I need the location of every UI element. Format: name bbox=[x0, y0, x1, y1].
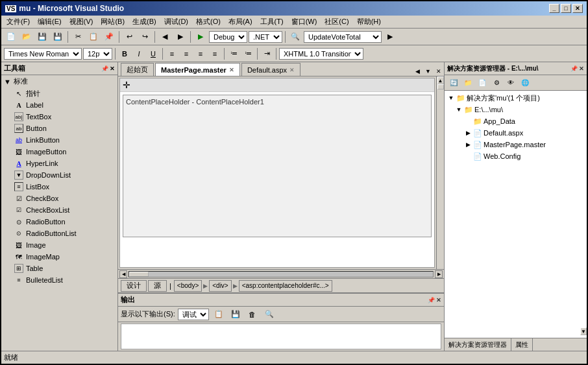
save-all-btn[interactable]: 💾 bbox=[51, 30, 65, 43]
source-view-button[interactable]: 源 bbox=[148, 280, 167, 292]
toolbox-item-imagebutton[interactable]: 🖼 ImageButton bbox=[1, 146, 117, 158]
run-btn[interactable]: ▶ bbox=[193, 30, 208, 43]
sol-new-folder-btn[interactable]: 📁 bbox=[461, 77, 474, 89]
num-list-btn[interactable]: ≔ bbox=[241, 47, 254, 60]
toolbox-item-hyperlink[interactable]: A HyperLink bbox=[1, 158, 117, 169]
toolbox-item-listbox[interactable]: ≡ ListBox bbox=[1, 181, 117, 193]
output-content-area[interactable] bbox=[121, 324, 441, 349]
breadcrumb-contentplaceholder[interactable]: <asp:contentplaceholder#c...> bbox=[239, 280, 332, 292]
toolbox-item-pointer[interactable]: ↖ 指针 bbox=[1, 88, 117, 99]
tree-item-masterpage[interactable]: ▶ 📄 MasterPage.master bbox=[446, 139, 585, 150]
sol-refresh-btn[interactable]: 🔄 bbox=[447, 77, 460, 89]
tree-item-appdata[interactable]: ▶ 📁 App_Data bbox=[446, 115, 585, 127]
solution-explorer-pin-icon[interactable]: 📌 bbox=[570, 65, 578, 72]
toolbox-item-checkbox[interactable]: ☑ CheckBox bbox=[1, 193, 117, 204]
copy-btn[interactable]: 📋 bbox=[86, 30, 101, 43]
open-btn[interactable]: 📂 bbox=[19, 30, 34, 43]
scroll-right-btn[interactable]: ▶ bbox=[435, 270, 443, 278]
toolbox-item-table[interactable]: ⊞ Table bbox=[1, 263, 117, 274]
output-show-dropdown[interactable]: 调试 bbox=[178, 309, 209, 320]
underline-button[interactable]: U bbox=[147, 47, 160, 60]
toolbox-item-image[interactable]: 🖼 Image bbox=[1, 239, 117, 251]
tab-masterpage-close[interactable]: ✕ bbox=[229, 67, 234, 73]
tree-item-solution[interactable]: ▼ 📁 解决方案'mu'(1 个项目) bbox=[446, 92, 585, 104]
scroll-left-btn[interactable]: ◀ bbox=[119, 270, 127, 278]
output-find-btn[interactable]: 🔍 bbox=[262, 308, 276, 321]
toolbox-item-checkboxlist[interactable]: ☑ CheckBoxList bbox=[1, 204, 117, 216]
menu-build[interactable]: 生成(B) bbox=[129, 16, 160, 28]
framework-dropdown[interactable]: .NET bbox=[249, 31, 282, 43]
tab-masterpage[interactable]: MasterPage.master ✕ bbox=[155, 63, 240, 76]
tree-item-webconfig[interactable]: ▶ 📄 Web.Config bbox=[446, 150, 585, 162]
bold-button[interactable]: B bbox=[118, 47, 131, 60]
menu-window[interactable]: 窗口(W) bbox=[288, 16, 321, 28]
justify-btn[interactable]: ≡ bbox=[208, 47, 221, 60]
tab-scroll-left[interactable]: ◀ bbox=[413, 67, 423, 76]
paste-btn[interactable]: 📌 bbox=[102, 30, 116, 43]
search-icon[interactable]: 🔍 bbox=[288, 30, 302, 43]
menu-debug[interactable]: 调试(D) bbox=[160, 16, 192, 28]
toolbox-pin-icon[interactable]: 📌 bbox=[101, 65, 108, 72]
toolbox-item-radiobutton[interactable]: ⊙ RadioButton bbox=[1, 216, 117, 228]
output-pin-icon[interactable]: 📌 bbox=[428, 297, 435, 303]
font-size-dropdown[interactable]: 12pt bbox=[83, 48, 112, 60]
menu-help[interactable]: 帮助(H) bbox=[353, 16, 385, 28]
tree-item-defaultaspx[interactable]: ▶ 📄 Default.aspx bbox=[446, 127, 585, 139]
restore-button[interactable]: □ bbox=[561, 4, 571, 13]
tab-properties[interactable]: 属性 bbox=[511, 338, 533, 351]
tab-solution-explorer[interactable]: 解决方案资源管理器 bbox=[445, 338, 511, 351]
new-project-btn[interactable]: 📄 bbox=[4, 30, 18, 43]
toolbox-section-header[interactable]: ▼ 标准 bbox=[1, 75, 117, 88]
menu-file[interactable]: 文件(F) bbox=[3, 16, 34, 28]
nav-fwd-btn[interactable]: ▶ bbox=[173, 30, 188, 43]
toolbox-item-button[interactable]: ab Button bbox=[1, 123, 117, 134]
xhtml-dropdown[interactable]: XHTML 1.0 Transitional ( bbox=[279, 48, 363, 60]
update-dropdown[interactable]: UpdateVoteTotal bbox=[304, 31, 382, 43]
sol-web-btn[interactable]: 🌐 bbox=[519, 77, 532, 89]
menu-view[interactable]: 视图(V) bbox=[66, 16, 97, 28]
canvas-scrollbar-vertical[interactable]: ▲ ▼ bbox=[436, 77, 444, 269]
menu-community[interactable]: 社区(C) bbox=[321, 16, 352, 28]
italic-button[interactable]: I bbox=[132, 47, 145, 60]
design-view-button[interactable]: 设计 bbox=[121, 280, 147, 292]
debug-dropdown[interactable]: Debug bbox=[209, 31, 247, 43]
breadcrumb-body[interactable]: <body> bbox=[174, 280, 202, 292]
toolbox-item-bulletedlist[interactable]: ≡ BulletedList bbox=[1, 274, 117, 286]
save-btn[interactable]: 💾 bbox=[35, 30, 49, 43]
minimize-button[interactable]: _ bbox=[549, 4, 559, 13]
close-button[interactable]: ✕ bbox=[572, 4, 583, 13]
toolbox-item-dropdownlist[interactable]: ▼ DropDownList bbox=[1, 169, 117, 181]
align-right-btn[interactable]: ≡ bbox=[194, 47, 207, 60]
breadcrumb-div[interactable]: <div> bbox=[209, 280, 231, 292]
toolbox-item-radiobuttonlist[interactable]: ⊙ RadioButtonList bbox=[1, 228, 117, 239]
menu-edit[interactable]: 编辑(E) bbox=[34, 16, 66, 28]
sol-properties-btn[interactable]: ⚙ bbox=[490, 77, 503, 89]
nav-back-btn[interactable]: ◀ bbox=[158, 30, 172, 43]
cut-btn[interactable]: ✂ bbox=[71, 30, 85, 43]
tree-expand-solution[interactable]: ▼ bbox=[447, 95, 455, 101]
canvas-scrollbar-horizontal[interactable]: ◀ ▶ bbox=[118, 269, 444, 278]
redo-btn[interactable]: ↪ bbox=[138, 30, 152, 43]
align-center-btn[interactable]: ≡ bbox=[180, 47, 193, 60]
tab-defaultaspx-close[interactable]: ✕ bbox=[289, 67, 295, 73]
menu-format[interactable]: 格式(O) bbox=[192, 16, 225, 28]
output-save-btn[interactable]: 💾 bbox=[228, 308, 243, 321]
toolbox-item-textbox[interactable]: ab| TextBox bbox=[1, 111, 117, 123]
menu-website[interactable]: 网站(B) bbox=[97, 16, 129, 28]
go-btn[interactable]: ▶ bbox=[383, 30, 397, 43]
output-close-icon[interactable]: ✕ bbox=[436, 297, 441, 303]
tree-item-root[interactable]: ▼ 📁 E:\...\mu\ bbox=[446, 104, 585, 115]
design-canvas[interactable]: ✛ ContentPlaceHolder - ContentPlaceHolde… bbox=[119, 78, 435, 268]
scrollbar-thumb[interactable] bbox=[129, 272, 149, 277]
toolbox-close-icon[interactable]: ✕ bbox=[110, 65, 115, 72]
tab-defaultaspx[interactable]: Default.aspx ✕ bbox=[241, 63, 300, 76]
scrollbar-track[interactable] bbox=[129, 271, 434, 277]
indent-btn[interactable]: ⇥ bbox=[260, 47, 273, 60]
menu-layout[interactable]: 布局(A) bbox=[225, 16, 256, 28]
menu-tools[interactable]: 工具(T) bbox=[256, 16, 288, 28]
output-clear-btn[interactable]: 🗑 bbox=[245, 308, 260, 321]
solution-explorer-close-icon[interactable]: ✕ bbox=[579, 65, 584, 72]
tab-close-window[interactable]: ✕ bbox=[434, 67, 444, 76]
toolbox-item-imagemap[interactable]: 🗺 ImageMap bbox=[1, 251, 117, 263]
tab-dropdown[interactable]: ▼ bbox=[423, 67, 434, 76]
